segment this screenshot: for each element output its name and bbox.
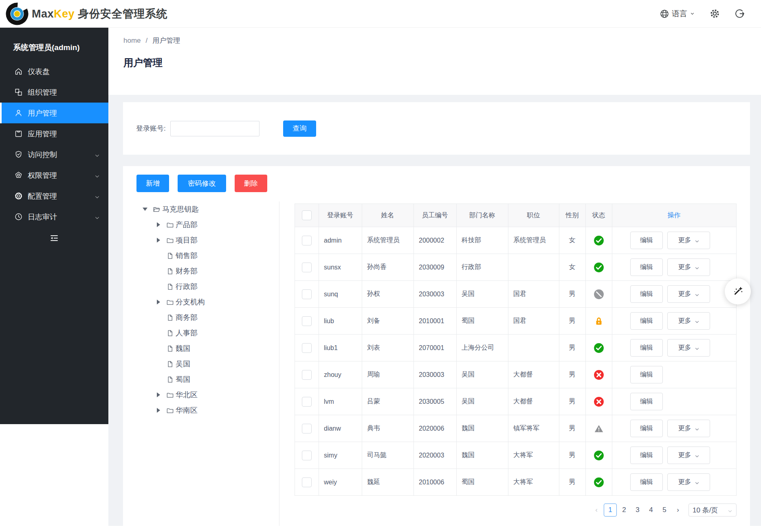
edit-button[interactable]: 编辑	[630, 339, 663, 357]
row-checkbox[interactable]	[302, 263, 312, 272]
page-button-4[interactable]: 4	[645, 504, 657, 516]
tree-node-吴国[interactable]: 吴国	[156, 356, 279, 372]
users-table-panel: 登录账号姓名员工编号部门名称职位性别状态操作 admin系统管理员2000002…	[279, 201, 750, 526]
cell-name: 孙尚香	[362, 254, 414, 281]
sidebar-item-配置管理[interactable]: 配置管理	[0, 186, 108, 206]
add-button[interactable]: 新增	[136, 175, 169, 192]
magic-wand-fab[interactable]	[725, 278, 751, 304]
tree-node-商务部[interactable]: 商务部	[156, 310, 279, 325]
file-icon	[166, 252, 174, 260]
row-checkbox[interactable]	[302, 424, 312, 433]
column-header-登录账号: 登录账号	[319, 204, 362, 227]
cell-actions: 编辑更多	[612, 254, 737, 281]
sidebar-item-访问控制[interactable]: 访问控制	[0, 144, 108, 165]
page-button-5[interactable]: 5	[658, 504, 671, 516]
more-button[interactable]: 更多	[667, 312, 710, 330]
cell-name: 周瑜	[362, 361, 414, 388]
tree-node-分支机构[interactable]: 分支机构	[156, 294, 279, 310]
caret-right-icon[interactable]	[157, 222, 160, 227]
tree-node-马克思钥匙[interactable]: 马克思钥匙	[142, 201, 279, 217]
page-button-3[interactable]: 3	[631, 504, 644, 516]
tree-node-魏国[interactable]: 魏国	[156, 341, 279, 356]
card-body: 马克思钥匙产品部项目部销售部财务部行政部分支机构商务部人事部魏国吴国蜀国华北区华…	[123, 201, 750, 526]
login-account-input[interactable]	[170, 121, 260, 136]
logout-icon[interactable]	[735, 9, 745, 19]
caret-right-icon[interactable]	[157, 392, 160, 397]
cell-name: 刘备	[362, 308, 414, 335]
language-switcher[interactable]: 语言	[660, 9, 695, 19]
delete-button[interactable]: 删除	[235, 175, 267, 192]
column-header-职位: 职位	[508, 204, 559, 227]
org-tree: 马克思钥匙产品部项目部销售部财务部行政部分支机构商务部人事部魏国吴国蜀国华北区华…	[123, 201, 279, 526]
breadcrumb-home-link[interactable]: home	[123, 37, 141, 45]
caret-down-icon[interactable]	[143, 208, 147, 211]
edit-button[interactable]: 编辑	[630, 312, 663, 330]
edit-button[interactable]: 编辑	[630, 285, 663, 303]
query-button[interactable]: 查询	[283, 120, 316, 137]
status-locked-icon	[594, 316, 604, 326]
page-header: home / 用户管理 用户管理	[108, 28, 761, 95]
cell-name: 典韦	[362, 415, 414, 442]
more-button[interactable]: 更多	[667, 285, 710, 303]
tree-node-蜀国[interactable]: 蜀国	[156, 372, 279, 387]
row-checkbox[interactable]	[302, 343, 312, 353]
next-page-button[interactable]: ›	[672, 504, 684, 516]
edit-button[interactable]: 编辑	[630, 232, 663, 249]
edit-button[interactable]: 编辑	[630, 258, 663, 276]
cell-actions: 编辑更多	[612, 281, 737, 308]
sidebar-item-仪表盘[interactable]: 仪表盘	[0, 61, 108, 82]
settings-gear-icon[interactable]	[710, 9, 720, 19]
edit-button[interactable]: 编辑	[630, 366, 663, 383]
row-checkbox[interactable]	[302, 397, 312, 407]
sidebar-item-应用管理[interactable]: 应用管理	[0, 123, 108, 144]
cell-gender: 女	[559, 254, 586, 281]
tree-node-财务部[interactable]: 财务部	[156, 263, 279, 279]
tree-node-销售部[interactable]: 销售部	[156, 248, 279, 263]
more-button[interactable]: 更多	[667, 258, 710, 276]
more-button[interactable]: 更多	[667, 420, 710, 437]
tree-node-行政部[interactable]: 行政部	[156, 279, 279, 294]
more-button[interactable]: 更多	[667, 473, 710, 491]
row-checkbox[interactable]	[302, 236, 312, 245]
caret-right-icon[interactable]	[157, 300, 160, 304]
page-size-select[interactable]: 10 条/页	[688, 504, 737, 517]
row-checkbox[interactable]	[302, 451, 312, 460]
edit-button[interactable]: 编辑	[630, 447, 663, 464]
menu-fold-icon[interactable]	[49, 233, 59, 243]
tree-node-产品部[interactable]: 产品部	[156, 217, 279, 232]
tree-node-华南区[interactable]: 华南区	[156, 403, 279, 418]
edit-button[interactable]: 编辑	[630, 393, 663, 410]
sidebar-item-label: 访问控制	[28, 150, 57, 160]
page-button-1[interactable]: 1	[604, 504, 617, 517]
edit-button[interactable]: 编辑	[630, 473, 663, 491]
tree-node-人事部[interactable]: 人事部	[156, 325, 279, 341]
select-all-checkbox[interactable]	[302, 210, 312, 220]
caret-right-icon[interactable]	[157, 238, 160, 243]
row-checkbox[interactable]	[302, 477, 312, 487]
row-checkbox[interactable]	[302, 289, 312, 299]
cell-status	[586, 469, 612, 496]
header-actions: 语言	[660, 9, 745, 19]
chevron-down-icon	[695, 426, 699, 431]
sidebar-item-日志审计[interactable]: 日志审计	[0, 206, 108, 227]
change-password-button[interactable]: 密码修改	[178, 175, 226, 192]
search-card: 登录账号: 查询	[123, 102, 750, 155]
page-button-2[interactable]: 2	[618, 504, 630, 516]
sidebar-item-权限管理[interactable]: 权限管理	[0, 165, 108, 186]
row-checkbox[interactable]	[302, 370, 312, 380]
more-button[interactable]: 更多	[667, 232, 710, 249]
sidebar-item-组织管理[interactable]: 组织管理	[0, 82, 108, 103]
tree-node-项目部[interactable]: 项目部	[156, 232, 279, 248]
caret-right-icon[interactable]	[157, 408, 160, 413]
sidebar-item-用户管理[interactable]: 用户管理	[0, 103, 108, 123]
file-icon	[166, 329, 174, 337]
more-button[interactable]: 更多	[667, 447, 710, 464]
row-checkbox[interactable]	[302, 316, 312, 326]
cell-department: 魏国	[457, 442, 508, 469]
more-button[interactable]: 更多	[667, 339, 710, 357]
prev-page-button[interactable]: ‹	[590, 504, 603, 516]
tree-node-华北区[interactable]: 华北区	[156, 387, 279, 403]
cell-position: 系统管理员	[508, 227, 559, 254]
edit-button[interactable]: 编辑	[630, 420, 663, 437]
file-icon	[166, 376, 174, 383]
